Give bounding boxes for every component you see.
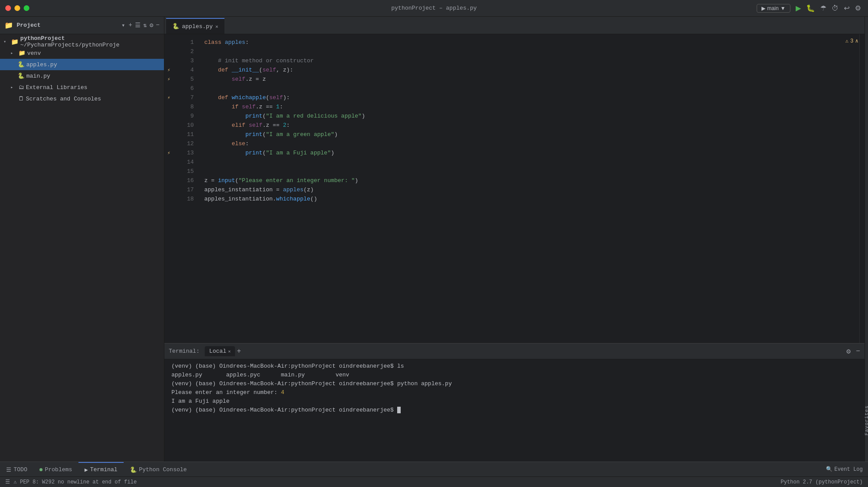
gutter-line-4: ⚡ xyxy=(164,65,173,75)
terminal-icon: ▶ xyxy=(85,466,88,473)
sidebar-item-main-py[interactable]: 🐍 main.py xyxy=(0,70,164,82)
sidebar-item-apples-py[interactable]: 🐍 apples.py xyxy=(0,59,164,70)
status-bar: ☰ ⚠ PEP 8: W292 no newline at end of fil… xyxy=(0,476,868,487)
run-button[interactable]: ▶ xyxy=(794,3,803,13)
problems-dot-icon xyxy=(39,468,43,471)
code-line-2 xyxy=(204,47,859,56)
terminal-cursor xyxy=(397,407,401,413)
close-button[interactable] xyxy=(5,5,11,11)
chevron-right-icon-ext: ▸ xyxy=(11,85,17,90)
code-line-12: else: xyxy=(204,139,859,148)
tab-py-icon: 🐍 xyxy=(172,23,179,30)
main-layout: 📁 Project ▾ + ☰ ⇅ ⚙ − ▾ 📁 pythonProject … xyxy=(0,17,868,462)
term-add-tab-button[interactable]: + xyxy=(237,347,241,355)
todo-status-icon: ☰ xyxy=(5,479,10,485)
minimize-button[interactable] xyxy=(14,5,20,11)
collapse-icon[interactable]: ☰ xyxy=(135,21,141,29)
favorites-label: Favorites xyxy=(864,405,868,435)
sort-icon[interactable]: ⇅ xyxy=(143,21,147,29)
apples-py-icon: 🐍 xyxy=(18,61,25,68)
tab-python-console[interactable]: 🐍 Python Console xyxy=(124,462,193,476)
gutter-line-11 xyxy=(164,130,173,139)
gutter-line-5: ⚡ xyxy=(164,75,173,84)
gutter-line-10 xyxy=(164,121,173,130)
minimize-sidebar-icon[interactable]: − xyxy=(156,21,160,29)
term-line-3: (venv) (base) Oindrees-MacBook-Air:pytho… xyxy=(171,380,857,388)
sidebar-toolbar: 📁 Project ▾ + ☰ ⇅ ⚙ − xyxy=(0,17,164,34)
tab-terminal[interactable]: ▶ Terminal xyxy=(78,462,124,476)
sidebar-dropdown-icon[interactable]: ▾ xyxy=(121,21,125,29)
chevron-up-icon[interactable]: ∧ xyxy=(855,38,858,44)
status-left: ☰ ⚠ PEP 8: W292 no newline at end of fil… xyxy=(5,479,777,485)
maximize-button[interactable] xyxy=(24,5,29,11)
code-line-7: def whichapple(self): xyxy=(204,93,859,102)
project-tree: ▾ 📁 pythonProject ~/PycharmProjects/pyth… xyxy=(0,34,164,462)
chevron-down-icon: ▾ xyxy=(4,39,9,44)
python-console-icon: 🐍 xyxy=(130,466,137,473)
main-py-icon: 🐍 xyxy=(18,72,25,79)
gutter-line-13: ⚡ xyxy=(164,148,173,158)
term-tab-close-icon[interactable]: ✕ xyxy=(228,349,231,354)
gutter-line-8 xyxy=(164,102,173,111)
sidebar-item-scratches[interactable]: 🗒 Scratches and Consoles xyxy=(0,93,164,104)
code-line-13: print("I am a Fuji apple") xyxy=(204,148,859,158)
project-folder-icon: 📁 xyxy=(11,38,18,46)
coverage-button[interactable]: ☂ xyxy=(818,3,828,13)
tab-close-icon[interactable]: ✕ xyxy=(215,24,218,29)
sidebar-title: Project xyxy=(17,22,118,29)
editor-scrollbar[interactable] xyxy=(859,34,864,343)
code-line-18: apples_instantiation.whichapple() xyxy=(204,194,859,204)
code-line-5: self.z = z xyxy=(204,75,859,84)
python-version-label[interactable]: Python 2.7 (pythonProject) xyxy=(781,479,863,485)
term-tab-local[interactable]: Local ✕ xyxy=(205,346,235,356)
sidebar-item-pythonproject[interactable]: ▾ 📁 pythonProject ~/PycharmProjects/pyth… xyxy=(0,36,164,47)
settings-toolbar-button[interactable]: ⚙ xyxy=(853,3,863,13)
debug-button[interactable]: 🐛 xyxy=(804,3,817,13)
term-line-2: apples.py apples.pyc main.py venv xyxy=(171,371,857,380)
chevron-right-icon: ▸ xyxy=(11,50,17,56)
term-line-5: I am a Fuji apple xyxy=(171,397,857,406)
sidebar-toolbar-icons: + ☰ ⇅ ⚙ − xyxy=(128,21,160,29)
title-bar: pythonProject – apples.py ▶ main ▼ ▶ 🐛 ☂… xyxy=(0,0,868,17)
warning-indicator[interactable]: ⚠ 3 ∧ xyxy=(845,38,858,44)
code-line-14 xyxy=(204,158,859,167)
gutter-line-7: ⚡ xyxy=(164,93,173,102)
code-line-9: print("I am a red delicious apple") xyxy=(204,111,859,121)
sidebar-item-venv[interactable]: ▸ 📁 venv xyxy=(0,47,164,59)
tab-problems[interactable]: Problems xyxy=(33,462,78,476)
terminal-minimize-icon[interactable]: − xyxy=(856,347,860,355)
window-title: pythonProject – apples.py xyxy=(391,5,477,11)
run-icon: ▶ xyxy=(761,5,765,11)
terminal-body[interactable]: (venv) (base) Oindrees-MacBook-Air:pytho… xyxy=(164,359,864,462)
code-editor[interactable]: ⚡ ⚡ ⚡ ⚡ 123456 789101112 131415161718 cl… xyxy=(164,34,864,343)
status-right: Python 2.7 (pythonProject) xyxy=(781,479,863,485)
bottom-tabs-bar: ☰ TODO Problems ▶ Terminal 🐍 Python Cons… xyxy=(0,462,868,476)
tab-todo[interactable]: ☰ TODO xyxy=(0,462,33,476)
run-config-button[interactable]: ▶ main ▼ xyxy=(757,4,790,13)
add-file-icon[interactable]: + xyxy=(128,21,132,29)
terminal-tabs-bar: Terminal: Local ✕ + ⚙ − xyxy=(164,344,864,359)
settings-sidebar-icon[interactable]: ⚙ xyxy=(149,21,153,29)
profile-button[interactable]: ⏱ xyxy=(830,3,840,13)
tab-label: apples.py xyxy=(182,23,213,30)
status-warning-text: ⚠ PEP 8: W292 no newline at end of file xyxy=(14,479,137,485)
external-libraries-icon: 🗂 xyxy=(18,84,24,91)
line-numbers: 123456 789101112 131415161718 xyxy=(173,34,197,343)
event-log-button[interactable]: 🔍 Event Log xyxy=(821,466,868,473)
code-line-3: # init method or constructor xyxy=(204,56,859,65)
code-content[interactable]: class apples: # init method or construct… xyxy=(197,34,859,343)
editor-tabs-bar: 🐍 apples.py ✕ xyxy=(164,17,864,34)
term-tab-local-label: Local xyxy=(209,348,226,355)
code-line-6 xyxy=(204,84,859,93)
code-line-8: if self.z == 1: xyxy=(204,102,859,111)
favorites-strip: Favorites xyxy=(864,17,868,462)
stop-button[interactable]: ↩ xyxy=(842,3,851,13)
term-line-6: (venv) (base) Oindrees-MacBook-Air:pytho… xyxy=(171,406,857,415)
tab-apples-py[interactable]: 🐍 apples.py ✕ xyxy=(166,18,224,34)
term-line-1: (venv) (base) Oindrees-MacBook-Air:pytho… xyxy=(171,362,857,371)
code-line-15 xyxy=(204,167,859,176)
warning-triangle-icon: ⚠ xyxy=(845,38,848,44)
terminal-settings-icon[interactable]: ⚙ xyxy=(847,347,851,356)
sidebar-item-external-libraries[interactable]: ▸ 🗂 External Libraries xyxy=(0,82,164,93)
terminal-label: Terminal: xyxy=(169,348,203,355)
